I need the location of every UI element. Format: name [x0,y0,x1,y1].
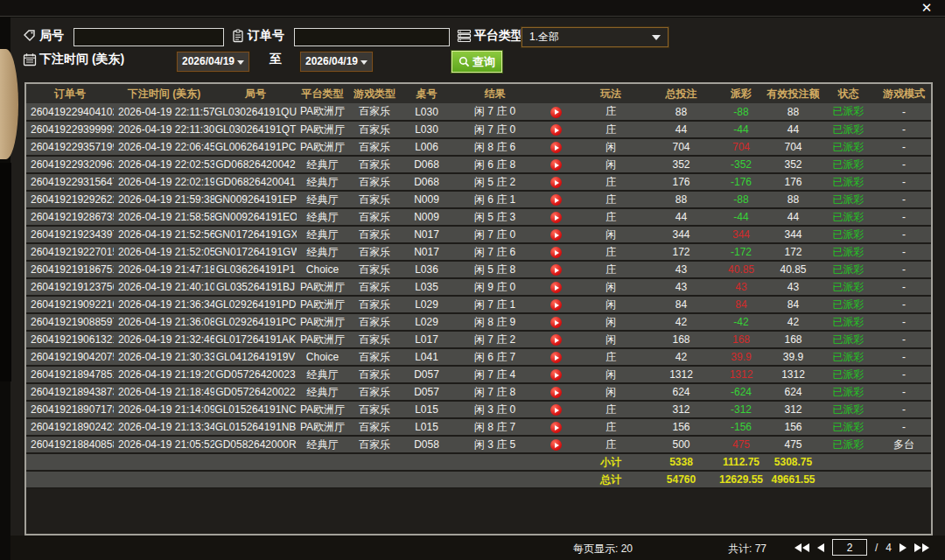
table-row[interactable]: 2604192293999932026-04-19 22:11:30GL0302… [26,121,931,138]
game-cell: 百家乐 [348,173,401,191]
round-cell: GL036264191P1 [214,261,297,278]
table-row[interactable]: 2604192293571992026-04-19 22:06:45GL0062… [26,138,931,156]
result-cell: 闲 9 庄 0 [452,278,537,296]
table-row[interactable]: 2604192189071782026-04-19 21:14:09GL0152… [26,401,931,418]
result-cell: 闲 7 庄 0 [452,103,537,121]
query-button[interactable]: 查询 [452,51,502,73]
bet-on-cell: 庄 [575,121,647,138]
platform-cell: PA欧洲厅 [297,121,348,138]
total-bet-cell: 624 [647,383,716,401]
result-cell: 闲 7 庄 1 [452,296,537,313]
round-cell: GD06826420041 [214,173,297,191]
first-page-button[interactable] [794,543,809,552]
date-from-picker[interactable]: 2026/04/19 [177,52,249,72]
table-row[interactable]: 2604192192926222026-04-19 21:59:38GN0092… [26,191,931,208]
valid-bet-cell: 344 [766,226,820,243]
replay-play-icon[interactable] [550,177,562,188]
next-page-button[interactable] [900,543,906,552]
order-cell: 260419219227015 [26,243,114,261]
table-row[interactable]: 2604192192270152026-04-19 21:52:05GN0172… [26,243,931,261]
table-row[interactable]: 2604192294041022026-04-19 22:11:57GL0302… [26,103,931,121]
total-bet-cell: 352 [647,156,716,173]
column-header: 派彩 [716,84,766,103]
replay-cell [537,296,575,313]
page-number-input[interactable] [832,539,867,556]
replay-play-icon[interactable] [550,264,562,276]
table-row[interactable]: 2604192192867352026-04-19 21:58:58GN0092… [26,208,931,226]
status-cell: 已派彩 [820,191,877,208]
replay-play-icon[interactable] [550,352,562,363]
order-cell: 260419229315647 [26,173,114,191]
game-cell: 百家乐 [348,261,401,278]
table-row[interactable]: 2604192191237562026-04-19 21:40:10GL0352… [26,278,931,296]
replay-play-icon[interactable] [550,142,562,153]
result-cell: 闲 7 庄 2 [452,331,537,348]
mode-cell: - [877,331,931,348]
replay-play-icon[interactable] [550,107,562,118]
platform-select[interactable]: 1.全部 [522,27,668,47]
platform-cell: 经典厅 [297,383,348,401]
valid-bet-cell: 43 [766,278,820,296]
table-row[interactable]: 2604192188408582026-04-19 21:05:52GD0582… [26,436,931,453]
table-row[interactable]: 2604192189478512026-04-19 21:19:20GD0572… [26,366,931,383]
platform-cell: 经典厅 [297,243,348,261]
replay-play-icon[interactable] [550,422,562,433]
prev-page-button[interactable] [817,543,824,552]
replay-play-icon[interactable] [550,124,562,136]
table-row[interactable]: 2604192189438732026-04-19 21:18:49GD0572… [26,383,931,401]
table-row[interactable]: 2604192190420752026-04-19 21:30:33GL0412… [26,348,931,366]
replay-play-icon[interactable] [550,212,562,223]
mode-cell: - [877,383,931,401]
replay-cell [537,121,575,138]
table-row[interactable]: 2604192293209622026-04-19 22:02:53GD0682… [26,156,931,173]
replay-play-icon[interactable] [550,404,562,416]
bettime-filter-label: 下注时间 (美东) [39,52,124,67]
replay-cell [537,103,575,121]
table-row[interactable]: 2604192191867512026-04-19 21:47:18GL0362… [26,261,931,278]
replay-play-icon[interactable] [550,387,562,398]
bet-on-cell: 庄 [575,261,647,278]
table-row[interactable]: 2604192189024232026-04-19 21:13:34GL0152… [26,418,931,436]
result-cell: 闲 3 庄 5 [452,436,537,453]
replay-play-icon[interactable] [550,317,562,328]
table-row[interactable]: 2604192190885972026-04-19 21:36:08GL0292… [26,313,931,331]
table-no-cell: D057 [401,366,452,383]
mode-cell: - [877,243,931,261]
table-row[interactable]: 2604192293156472026-04-19 22:02:19GD0682… [26,173,931,191]
calendar-icon [23,52,37,66]
order-input[interactable] [294,28,450,46]
result-cell: 闲 7 庄 6 [452,243,537,261]
game-cell: 百家乐 [348,436,401,453]
table-no-cell: L030 [401,121,452,138]
result-cell: 闲 6 庄 8 [452,156,537,173]
payout-cell: 344 [716,226,766,243]
platform-cell: Choice [297,261,348,278]
close-icon[interactable]: ✕ [919,1,934,15]
last-page-button[interactable] [914,543,929,552]
payout-cell: 1312 [716,366,766,383]
date-to-picker[interactable]: 2026/04/19 [300,52,373,72]
replay-play-icon[interactable] [550,369,562,381]
replay-play-icon[interactable] [550,194,562,206]
table-row[interactable]: 2604192192343972026-04-19 21:52:56GN0172… [26,226,931,243]
table-row[interactable]: 2604192190613212026-04-19 21:32:46GL0172… [26,331,931,348]
round-input[interactable] [74,28,224,46]
platform-cell: 经典厅 [297,366,348,383]
table-no-cell: N017 [401,226,452,243]
replay-play-icon[interactable] [550,229,562,241]
order-cell: 260419218907178 [26,401,114,418]
replay-play-icon[interactable] [550,439,562,451]
replay-play-icon[interactable] [550,282,562,293]
platform-cell: Choice [297,348,348,366]
replay-play-icon[interactable] [550,299,562,311]
payout-cell: 704 [716,138,766,156]
replay-play-icon[interactable] [550,159,562,171]
replay-cell [537,208,575,226]
replay-play-icon[interactable] [550,247,562,258]
table-row[interactable]: 2604192190922102026-04-19 21:36:34GL0292… [26,296,931,313]
page-separator: / [875,542,878,554]
status-cell: 已派彩 [820,278,877,296]
status-cell: 已派彩 [820,138,877,156]
replay-play-icon[interactable] [550,334,562,346]
replay-cell [537,348,575,366]
